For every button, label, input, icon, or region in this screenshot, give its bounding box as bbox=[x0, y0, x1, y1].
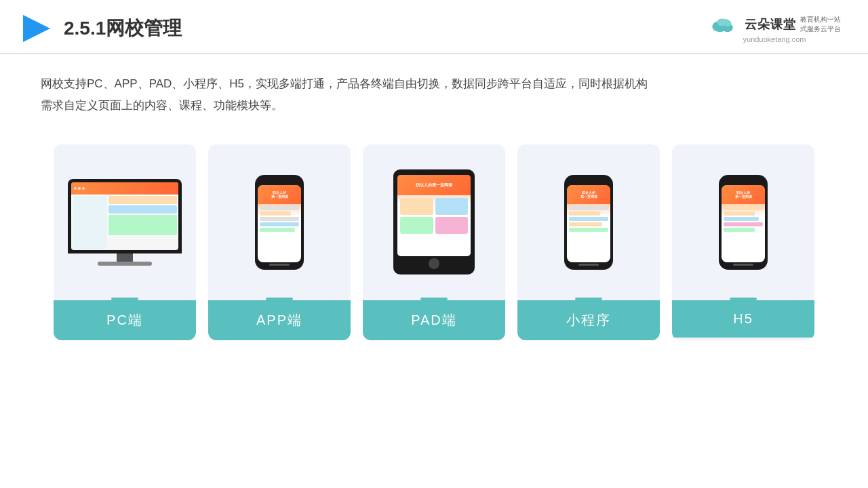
phone-mockup-miniapp: 职达人的第一堂网课 bbox=[564, 175, 613, 270]
card-pc: PC端 bbox=[54, 144, 196, 340]
card-pad: 职达人的第一堂网课 PAD端 bbox=[363, 144, 505, 340]
card-label-miniapp: 小程序 bbox=[517, 300, 660, 340]
header-left: 2.5.1网校管理 bbox=[20, 12, 182, 45]
description-text: 网校支持PC、APP、PAD、小程序、H5，实现多端打通，产品各终端自由切换，数… bbox=[0, 54, 868, 124]
page-header: 2.5.1网校管理 云朵课堂 教育机构一站 式服务云平台 yunduoketan… bbox=[0, 0, 868, 54]
page-title: 2.5.1网校管理 bbox=[64, 16, 182, 41]
cards-container: PC端 职达人的第一堂网课 bbox=[0, 124, 868, 354]
logo-name: 云朵课堂 bbox=[745, 16, 796, 33]
tablet-mockup: 职达人的第一堂网课 bbox=[393, 169, 475, 274]
card-label-pc: PC端 bbox=[54, 300, 196, 340]
logo-tagline: 教育机构一站 式服务云平台 bbox=[800, 15, 841, 34]
phone-mockup-app: 职达人的第一堂网课 bbox=[255, 175, 304, 270]
desc-content: 网校支持PC、APP、PAD、小程序、H5，实现多端打通，产品各终端自由切换，数… bbox=[41, 77, 648, 112]
card-label-app: APP端 bbox=[208, 300, 351, 340]
logo-url: yunduoketang.com bbox=[743, 35, 806, 43]
card-app: 职达人的第一堂网课 APP端 bbox=[208, 144, 351, 340]
card-h5-image: 职达人的第一堂网课 bbox=[672, 144, 814, 293]
card-h5: 职达人的第一堂网课 H5 bbox=[672, 144, 814, 340]
card-pc-image bbox=[54, 144, 196, 293]
card-label-h5: H5 bbox=[672, 300, 814, 338]
svg-marker-0 bbox=[23, 15, 50, 42]
play-icon bbox=[20, 12, 53, 45]
pc-mockup bbox=[68, 179, 182, 266]
logo-area: 云朵课堂 教育机构一站 式服务云平台 yunduoketang.com bbox=[708, 14, 841, 43]
card-miniapp-image: 职达人的第一堂网课 bbox=[517, 144, 660, 293]
card-pad-image: 职达人的第一堂网课 bbox=[363, 144, 505, 293]
cloud-icon bbox=[708, 14, 741, 35]
phone-mockup-h5: 职达人的第一堂网课 bbox=[719, 175, 768, 270]
card-label-pad: PAD端 bbox=[363, 300, 505, 340]
logo-cloud: 云朵课堂 教育机构一站 式服务云平台 bbox=[708, 14, 841, 35]
card-miniapp: 职达人的第一堂网课 小程序 bbox=[517, 144, 660, 340]
svg-point-6 bbox=[724, 20, 731, 27]
card-app-image: 职达人的第一堂网课 bbox=[208, 144, 351, 293]
